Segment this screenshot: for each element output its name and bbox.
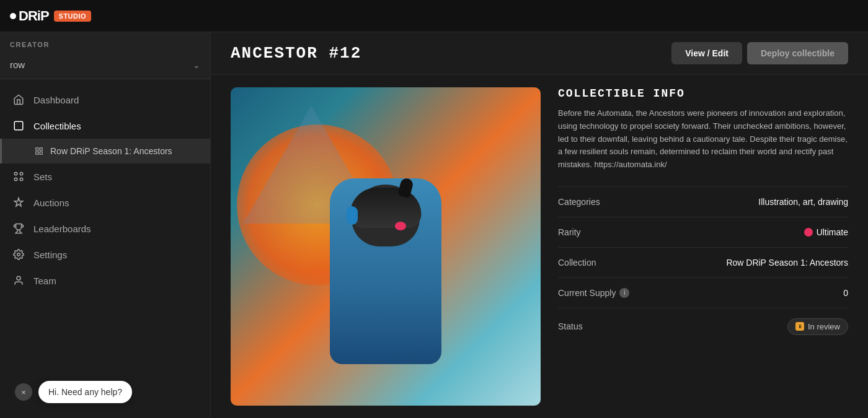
monkey-eye: [395, 222, 406, 230]
sidebar-item-collectibles[interactable]: Collectibles: [0, 113, 210, 139]
svg-rect-2: [40, 148, 42, 150]
sidebar-item-team[interactable]: Team: [0, 268, 210, 294]
monkey-body: [330, 178, 441, 364]
svg-rect-3: [36, 152, 38, 154]
sidebar-item-label: Collectibles: [33, 121, 81, 131]
sidebar-item-leaderboards[interactable]: Leaderboards: [0, 216, 210, 242]
headphone: [347, 206, 358, 225]
page-title: ANCESTOR #12: [231, 44, 361, 63]
status-badge: ⏸ In review: [787, 318, 848, 335]
collection-label: Collection: [558, 258, 596, 268]
chevron-down-icon: ⌄: [193, 60, 200, 70]
status-label: Status: [558, 321, 583, 331]
collection-row: Collection Row DRiP Season 1: Ancestors: [558, 247, 848, 277]
in-review-icon: ⏸: [795, 322, 804, 331]
rarity-text: Ultimate: [817, 227, 848, 237]
sidebar-item-label: Settings: [33, 250, 67, 260]
auctions-icon: [12, 196, 25, 209]
sidebar-item-label: Team: [33, 276, 56, 286]
view-edit-button[interactable]: View / Edit: [671, 42, 742, 64]
rarity-row: Rarity Ultimate: [558, 217, 848, 247]
trophy-icon: [12, 222, 25, 235]
collection-icon: [34, 146, 44, 156]
svg-rect-1: [36, 148, 38, 150]
chat-bubble[interactable]: Hi. Need any help?: [38, 381, 132, 403]
creator-label: CREATOR: [10, 41, 200, 48]
creator-section: CREATOR row ⌄: [0, 32, 210, 79]
logo[interactable]: DRiP STUDIO: [10, 8, 91, 24]
submenu-item-label: Row DRiP Season 1: Ancestors: [50, 146, 172, 156]
svg-point-8: [20, 178, 23, 181]
monkey-head: [352, 185, 420, 246]
categories-value: Illustration, art, drawing: [758, 197, 848, 207]
collectible-image: [231, 87, 541, 406]
categories-row: Categories Illustration, art, drawing: [558, 186, 848, 217]
current-supply-label: Current Supply: [558, 288, 616, 298]
rarity-dot-icon: [804, 228, 813, 237]
drip-logo: DRiP: [10, 8, 49, 24]
collection-value: Row DRiP Season 1: Ancestors: [726, 258, 848, 268]
sidebar-nav: Dashboard Collectibles Row DRiP Season 1…: [0, 79, 210, 418]
svg-point-9: [17, 253, 20, 256]
collectibles-icon: [12, 120, 25, 132]
sidebar: CREATOR row ⌄ Dashboard: [0, 32, 211, 418]
sidebar-submenu-ancestors[interactable]: Row DRiP Season 1: Ancestors: [0, 139, 210, 163]
categories-label: Categories: [558, 197, 600, 207]
studio-badge: STUDIO: [54, 11, 92, 22]
svg-rect-0: [14, 121, 23, 130]
sidebar-item-settings[interactable]: Settings: [0, 242, 210, 268]
chat-message: Hi. Need any help?: [48, 387, 122, 397]
main-content: ANCESTOR #12 View / Edit Deploy collecti…: [211, 32, 868, 418]
sets-icon: [12, 170, 25, 183]
hair-tuft: [397, 177, 414, 198]
info-panel: COLLECTIBLE INFO Before the Automata, th…: [558, 87, 848, 406]
description-text: Before the Automata, the Ancestors were …: [558, 107, 848, 172]
monkey-character: [299, 129, 472, 364]
gear-icon: [12, 248, 25, 261]
sidebar-item-label: Auctions: [33, 198, 69, 208]
current-supply-label-group: Current Supply i: [558, 288, 629, 298]
deploy-collectible-button[interactable]: Deploy collectible: [747, 42, 848, 64]
collectible-info-title: COLLECTIBLE INFO: [558, 87, 848, 100]
svg-point-6: [20, 172, 23, 175]
current-supply-row: Current Supply i 0: [558, 277, 848, 308]
main-layout: CREATOR row ⌄ Dashboard: [0, 32, 868, 418]
svg-point-10: [17, 276, 20, 280]
supply-info-icon[interactable]: i: [619, 288, 629, 298]
sidebar-item-sets[interactable]: Sets: [0, 163, 210, 189]
logo-dot-icon: [10, 13, 16, 19]
collectible-image-panel: [231, 87, 541, 406]
home-icon: [12, 94, 25, 106]
svg-point-5: [14, 172, 17, 175]
header-actions: View / Edit Deploy collectible: [671, 42, 848, 64]
svg-point-7: [14, 178, 17, 181]
close-icon: ×: [21, 388, 26, 397]
header-bar: ANCESTOR #12 View / Edit Deploy collecti…: [211, 32, 868, 75]
creator-name: row: [10, 59, 25, 70]
status-row: Status ⏸ In review: [558, 308, 848, 345]
rarity-value: Ultimate: [804, 227, 848, 237]
sidebar-item-label: Dashboard: [33, 95, 79, 105]
monkey-helmet: [350, 188, 422, 228]
sidebar-item-label: Leaderboards: [33, 224, 91, 234]
svg-rect-4: [40, 152, 42, 154]
chat-widget: × Hi. Need any help?: [15, 381, 132, 403]
creator-dropdown[interactable]: row ⌄: [10, 53, 200, 79]
current-supply-value: 0: [843, 288, 848, 298]
sidebar-item-label: Sets: [33, 172, 52, 182]
status-text: In review: [808, 322, 840, 331]
user-icon: [12, 274, 25, 287]
content-area: COLLECTIBLE INFO Before the Automata, th…: [211, 75, 868, 418]
rarity-label: Rarity: [558, 227, 581, 237]
chat-close-button[interactable]: ×: [15, 383, 32, 401]
sidebar-item-dashboard[interactable]: Dashboard: [0, 87, 210, 113]
top-navigation: DRiP STUDIO: [0, 0, 868, 32]
sidebar-item-auctions[interactable]: Auctions: [0, 189, 210, 216]
